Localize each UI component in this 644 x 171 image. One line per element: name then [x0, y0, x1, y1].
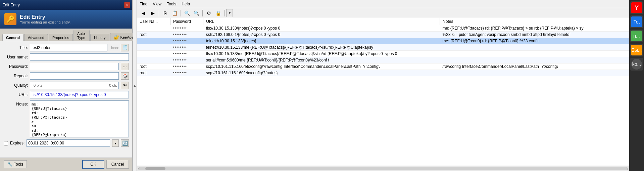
expires-checkbox[interactable] [4, 141, 8, 145]
cell: me: {REF:U@T:con0} rd: {REF:P@T:con0} %2… [440, 38, 629, 44]
close-button[interactable]: ✕ [124, 2, 130, 8]
cell [137, 38, 170, 44]
url-label: URL: [4, 92, 28, 97]
edit-entry-dialog: Edit Entry ✕ 🔑 Edit Entry You're editing… [0, 0, 133, 171]
dialog-subheading: You're editing an existing entry. [20, 20, 70, 24]
dialog-header: 🔑 Edit Entry You're editing an existing … [0, 10, 132, 29]
tb-back-button[interactable]: ◀ [139, 9, 148, 17]
url-input[interactable] [30, 91, 129, 98]
tab-general[interactable]: General [2, 34, 23, 41]
dialog-titlebar: Edit Entry ✕ [0, 0, 132, 10]
cell [137, 51, 170, 57]
quality-label: Quality: [4, 83, 28, 88]
tools-button[interactable]: 🔧 Tools [4, 160, 27, 168]
table-row[interactable]: root••••••••ssh://192.168.0.1/{notes}?-x… [137, 32, 629, 38]
hscroll-thumb[interactable] [145, 167, 165, 170]
tab-properties[interactable]: Properties [49, 34, 73, 41]
expires-dropdown-button[interactable]: ▾ [112, 139, 119, 147]
table-row[interactable]: root••••••••scp://10.161.115.160/etc/con… [137, 63, 629, 70]
title-label: Title: [4, 45, 28, 50]
tot-app-icon: Tot [631, 16, 642, 27]
tb-dropdown-button[interactable]: ▾ [226, 9, 233, 17]
sidebar-icon-tot[interactable]: Tot [630, 15, 643, 28]
cell: tls://10.30.15.133/{notes}?-xpos 0 -ypos… [203, 25, 440, 32]
tb-paste-button[interactable]: 📋 [170, 9, 179, 17]
ok-button[interactable]: OK [82, 160, 104, 169]
repeat-input[interactable] [30, 72, 119, 80]
username-input[interactable] [30, 53, 129, 61]
password-cell: •••••••• [170, 32, 203, 38]
tab-history[interactable]: History [90, 34, 109, 41]
dialog-footer: 🔧 Tools OK Cancel [0, 158, 132, 171]
password-cell: •••••••• [170, 70, 203, 76]
cell: root [137, 32, 170, 38]
password-cell: •••••••• [170, 51, 203, 57]
title-input[interactable] [30, 44, 107, 51]
sidebar-icon-n[interactable]: n... [630, 30, 643, 42]
col-password: Password [170, 18, 203, 25]
tab-auto-type[interactable]: Auto-Type [73, 30, 90, 41]
expires-label: Expires: [10, 141, 24, 145]
table-row[interactable]: ••••••••tls://10.30.15.133/me:{REF:U@T:t… [137, 51, 629, 57]
entry-table: User Na... Password URL Notes ••••••••tl… [137, 18, 629, 166]
tb-zoom-in-button[interactable]: 🔍 [183, 9, 191, 17]
tb-zoom-out-button[interactable]: 🔍 [192, 9, 201, 17]
tb-forward-button[interactable]: ▶ [148, 9, 157, 17]
cell: root [137, 63, 170, 70]
right-sidebar: Y Tot n... Бы... ko... [629, 0, 644, 171]
form-body: Title: Icon: 🗒️ User name: Password: ···… [0, 41, 132, 158]
menubar: Find View Tools Help [137, 0, 629, 8]
repeat-row: Repeat: 🎲 [4, 72, 129, 80]
generate-password-button[interactable]: 🎲 [121, 72, 129, 80]
expires-calendar-button[interactable]: 🔄 [121, 139, 129, 147]
expires-date-input[interactable] [27, 139, 110, 147]
sidebar-icon-y[interactable]: Y [630, 1, 643, 14]
menu-tools[interactable]: Tools [167, 2, 176, 6]
cell [440, 44, 629, 51]
b-app-icon: Бы... [631, 45, 642, 55]
menu-help[interactable]: Help [182, 2, 190, 6]
password-cell: •••••••• [170, 25, 203, 32]
cell: root [137, 70, 170, 76]
password-cell: •••••••• [170, 57, 203, 63]
collapse-arrow[interactable]: ▲ [133, 0, 137, 171]
username-row: User name: [4, 53, 129, 61]
menu-view[interactable]: View [153, 2, 161, 6]
cell: serial://com5:9600/me:{REF:U@T:con0}/{RE… [203, 57, 440, 63]
title-row: Title: Icon: 🗒️ [4, 44, 129, 51]
table-row[interactable]: root••••••••scp://10.161.115.160/etc/con… [137, 70, 629, 76]
col-notes: Notes [440, 18, 629, 25]
menu-find[interactable]: Find [140, 2, 147, 6]
table-row[interactable]: ••••••••tls://10.30.15.133/{notes}?-xpos… [137, 25, 629, 32]
tab-bar: General Advanced Properties Auto-Type Hi… [0, 29, 132, 41]
tools-icon: 🔧 [7, 162, 12, 167]
notes-textarea[interactable]: me: {REF:U@T:tacacs} rd: {REF:P@T:tacacs… [30, 100, 129, 137]
main-panel: Find View Tools Help ◀ ▶ ⎘ 📋 🔍 🔍 ⚙ 🔒 ▾ U… [137, 0, 629, 171]
table-row[interactable]: ••••••••telnet://10.30.15.133/{notes}me:… [137, 38, 629, 44]
sidebar-icon-ko[interactable]: ko... [630, 58, 643, 71]
show-password-button[interactable]: ··· [121, 63, 129, 70]
password-cell: •••••••• [170, 44, 203, 51]
toolbar: ◀ ▶ ⎘ 📋 🔍 🔍 ⚙ 🔒 ▾ [137, 8, 629, 18]
icon-button[interactable]: 🗒️ [121, 44, 129, 51]
sidebar-icon-bb[interactable]: Бы... [630, 44, 643, 56]
hscroll-track[interactable] [138, 167, 628, 170]
cell: scp://10.161.115.160/etc/config/?{notes} [203, 70, 440, 76]
tb-copy-button[interactable]: ⎘ [161, 9, 169, 17]
password-label: Password: [4, 64, 28, 69]
password-input[interactable] [30, 63, 119, 70]
cell: scp://10.161.115.160/etc/config/?rawconf… [203, 63, 440, 70]
cancel-button[interactable]: Cancel [106, 160, 129, 169]
tab-advanced[interactable]: Advanced [24, 34, 48, 41]
table-row[interactable]: ••••••••telnet://10.30.15.133/me:{REF:U@… [137, 44, 629, 51]
tb-settings-button[interactable]: ⚙ [204, 9, 213, 17]
cell: telnet://10.30.15.133/me:{REF:U@T:tacacs… [203, 44, 440, 51]
tb-lock-button[interactable]: 🔒 [214, 9, 222, 17]
quality-info-button[interactable]: 👁 [121, 82, 129, 89]
table-row[interactable]: ••••••••serial://com5:9600/me:{REF:U@T:c… [137, 57, 629, 63]
horizontal-scrollbar[interactable] [137, 166, 629, 171]
cell [440, 51, 629, 57]
quality-row: Quality: 0 bits 0 ch. 👁 [4, 82, 129, 89]
password-cell: •••••••• [170, 38, 203, 44]
cell [137, 57, 170, 63]
